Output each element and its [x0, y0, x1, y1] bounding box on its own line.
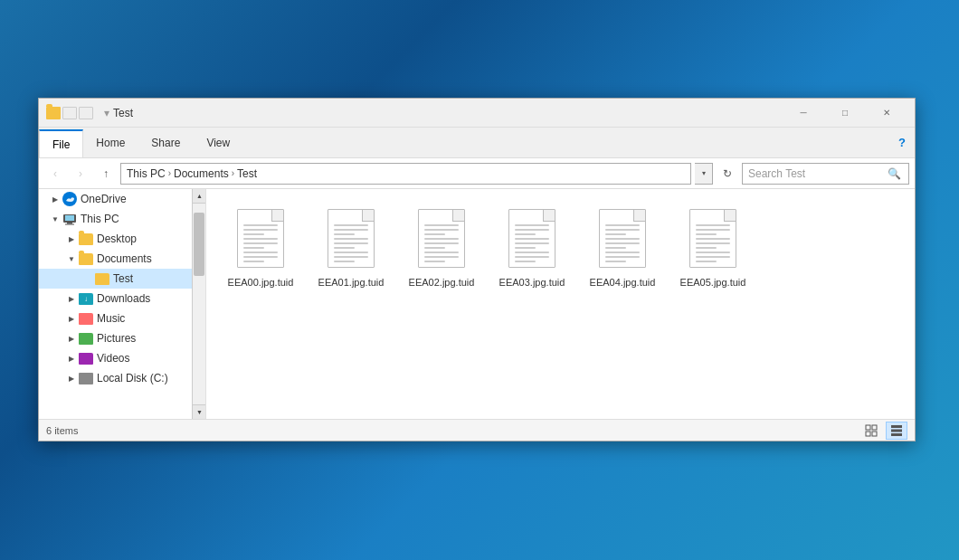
toggle-downloads[interactable]: ▶ [64, 291, 79, 306]
address-path[interactable]: This PC › Documents › Test [120, 163, 691, 185]
file-name-1: EEA01.jpg.tuid [318, 276, 385, 289]
sidebar: ▶ OneDrive ▼ This PC [39, 189, 192, 419]
sidebar-item-localdisk[interactable]: ▶ Local Disk (C:) [39, 368, 192, 388]
toggle-music[interactable]: ▶ [64, 311, 79, 326]
tab-home[interactable]: Home [83, 128, 138, 157]
sidebar-scroll-thumb[interactable] [194, 213, 204, 276]
file-area: EEA00.jpg.tuid [206, 189, 915, 419]
sidebar-label-documents: Documents [97, 252, 152, 265]
path-this-pc[interactable]: This PC [127, 167, 166, 180]
svg-rect-8 [891, 425, 902, 428]
sidebar-item-documents[interactable]: ▼ Documents [39, 249, 192, 269]
file-item-2[interactable]: EEA02.jpg.tuid [401, 203, 482, 295]
sidebar-scroll-down[interactable]: ▼ [193, 404, 206, 419]
sidebar-item-downloads[interactable]: ▶ ↓ Downloads [39, 289, 192, 308]
file-name-0: EEA00.jpg.tuid [228, 276, 294, 289]
file-icon-4 [595, 209, 650, 272]
file-item-0[interactable]: EEA00.jpg.tuid [220, 203, 301, 295]
address-bar: ‹ › ↑ This PC › Documents › Test ▾ ↻ Sea… [39, 158, 915, 189]
path-test[interactable]: Test [237, 167, 257, 180]
svg-rect-4 [866, 425, 870, 430]
sidebar-item-music[interactable]: ▶ Music [39, 308, 192, 328]
sidebar-label-localdisk: Local Disk (C:) [97, 372, 168, 384]
toggle-thispc[interactable]: ▼ [48, 212, 62, 226]
window-controls: ─ □ ✕ [783, 99, 907, 128]
view-controls [860, 422, 907, 440]
window-title: Test [113, 107, 783, 119]
sidebar-label-music: Music [97, 312, 125, 325]
close-button[interactable]: ✕ [866, 99, 907, 128]
music-folder-icon [79, 313, 93, 325]
forward-button[interactable]: › [70, 163, 91, 185]
grid-view-button[interactable] [860, 422, 882, 440]
main-area: ▶ OneDrive ▼ This PC [39, 189, 915, 419]
toggle-localdisk[interactable]: ▶ [64, 371, 79, 385]
path-chevron-2: › [232, 168, 234, 178]
minimize-button[interactable]: ─ [783, 99, 824, 128]
sidebar-item-pictures[interactable]: ▶ Pictures [39, 328, 192, 348]
list-view-button[interactable] [886, 422, 907, 440]
back-button[interactable]: ‹ [44, 163, 66, 185]
sidebar-wrapper: ▶ OneDrive ▼ This PC [39, 189, 206, 419]
sidebar-label-thispc: This PC [81, 213, 119, 225]
sidebar-item-onedrive[interactable]: ▶ OneDrive [39, 189, 192, 209]
file-icon-0 [233, 209, 288, 272]
toggle-pictures[interactable]: ▶ [64, 331, 79, 346]
tab-file[interactable]: File [39, 129, 83, 157]
sidebar-label-onedrive: OneDrive [81, 193, 127, 205]
toggle-documents[interactable]: ▼ [64, 252, 79, 266]
toggle-onedrive[interactable]: ▶ [48, 192, 62, 206]
svg-rect-7 [872, 432, 877, 436]
sidebar-label-desktop: Desktop [97, 233, 137, 245]
sidebar-label-downloads: Downloads [97, 292, 150, 305]
sidebar-item-videos[interactable]: ▶ Videos [39, 348, 192, 368]
documents-folder-icon [79, 253, 93, 265]
toggle-desktop[interactable]: ▶ [64, 232, 79, 246]
pin-icon [79, 107, 93, 119]
ribbon: File Home Share View ? [39, 128, 915, 158]
file-icon-5 [686, 209, 740, 272]
tab-share[interactable]: Share [138, 128, 194, 157]
grid-view-icon [865, 424, 878, 437]
path-documents[interactable]: Documents [174, 167, 229, 180]
onedrive-icon [62, 192, 77, 206]
tab-view[interactable]: View [194, 128, 243, 157]
sidebar-item-thispc[interactable]: ▼ This PC [39, 209, 192, 229]
file-item-5[interactable]: EEA05.jpg.tuid [672, 203, 754, 295]
toggle-test[interactable]: ▶ [81, 271, 95, 286]
sidebar-item-desktop[interactable]: ▶ Desktop [39, 229, 192, 249]
address-dropdown[interactable]: ▾ [695, 163, 713, 185]
title-bar-icons [46, 107, 93, 119]
title-separator: ▾ [104, 107, 109, 119]
test-folder-icon [95, 273, 109, 285]
disk-icon [79, 373, 93, 384]
toggle-videos[interactable]: ▶ [64, 351, 79, 365]
file-grid: EEA00.jpg.tuid [215, 198, 906, 299]
file-item-3[interactable]: EEA03.jpg.tuid [491, 203, 573, 295]
file-icon-3 [505, 209, 559, 272]
sidebar-scroll-track [193, 204, 205, 404]
refresh-button[interactable]: ↻ [717, 163, 738, 185]
file-item-4[interactable]: EEA04.jpg.tuid [582, 203, 663, 295]
status-bar: 6 items [39, 419, 915, 441]
list-view-icon [890, 424, 903, 437]
downloads-folder-icon: ↓ [79, 293, 93, 305]
pictures-folder-icon [79, 333, 93, 345]
file-item-1[interactable]: EEA01.jpg.tuid [310, 203, 392, 295]
svg-rect-10 [891, 433, 902, 436]
sidebar-scrollbar: ▲ ▼ [192, 189, 205, 419]
svg-rect-3 [65, 223, 74, 224]
up-button[interactable]: ↑ [95, 163, 117, 185]
title-folder-icon [46, 107, 61, 119]
maximize-button[interactable]: □ [824, 99, 866, 128]
explorer-window: ▾ Test ─ □ ✕ File Home Share View ? ‹ › … [38, 98, 916, 441]
help-button[interactable]: ? [889, 128, 915, 157]
search-box: Search Test 🔍 [742, 163, 909, 185]
search-placeholder: Search Test [748, 167, 885, 180]
sidebar-scroll-up[interactable]: ▲ [193, 189, 206, 204]
file-icon-1 [324, 209, 378, 272]
search-button[interactable]: 🔍 [885, 164, 903, 184]
pc-icon [62, 214, 77, 225]
sidebar-item-test[interactable]: ▶ Test [39, 269, 192, 289]
quick-access-icon [62, 107, 77, 119]
